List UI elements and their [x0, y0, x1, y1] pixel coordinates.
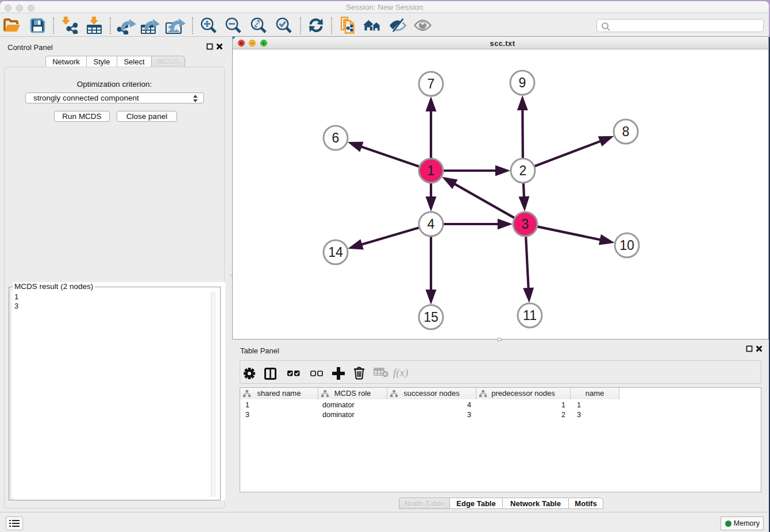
svg-text:2: 2 — [519, 163, 527, 178]
svg-text:11: 11 — [523, 308, 537, 323]
svg-text:14: 14 — [328, 245, 343, 260]
svg-text:3: 3 — [522, 217, 529, 232]
svg-text:f(x): f(x) — [393, 367, 408, 379]
svg-text:6: 6 — [332, 130, 340, 145]
svg-text:15: 15 — [424, 310, 438, 325]
svg-text:4: 4 — [428, 217, 435, 232]
svg-text:1: 1 — [428, 163, 435, 178]
svg-text:7: 7 — [428, 76, 435, 91]
svg-text:9: 9 — [519, 75, 526, 90]
svg-text:10: 10 — [619, 238, 634, 253]
svg-text:8: 8 — [622, 124, 630, 139]
